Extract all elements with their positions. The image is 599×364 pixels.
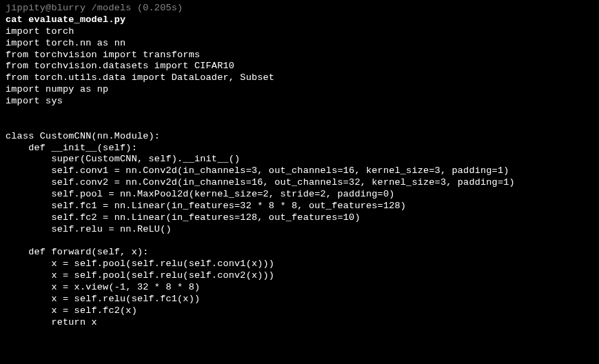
shell-command: cat evaluate_model.py xyxy=(6,14,593,26)
code-line: self.conv1 = nn.Conv2d(in_channels=3, ou… xyxy=(6,165,593,177)
file-output: import torchimport torch.nn as nnfrom to… xyxy=(6,26,593,329)
code-line: from torch.utils.data import DataLoader,… xyxy=(6,72,593,84)
code-line: self.conv2 = nn.Conv2d(in_channels=16, o… xyxy=(6,177,593,189)
code-line: def forward(self, x): xyxy=(6,247,593,259)
code-line xyxy=(6,119,593,131)
code-line: return x xyxy=(6,317,593,329)
code-line: def __init__(self): xyxy=(6,143,593,154)
code-line: import sys xyxy=(6,96,593,108)
code-line: x = self.fc2(x) xyxy=(6,305,593,317)
code-line xyxy=(6,236,593,247)
code-line: x = x.view(-1, 32 * 8 * 8) xyxy=(6,282,593,294)
code-line: self.fc1 = nn.Linear(in_features=32 * 8 … xyxy=(6,201,593,212)
shell-prompt: jippity@blurry /models (0.205s) xyxy=(6,3,593,14)
code-line: x = self.pool(self.relu(self.conv2(x))) xyxy=(6,270,593,282)
code-line: import torch.nn as nn xyxy=(6,38,593,50)
code-line: self.relu = nn.ReLU() xyxy=(6,224,593,236)
code-line: self.fc2 = nn.Linear(in_features=128, ou… xyxy=(6,212,593,224)
code-line: self.pool = nn.MaxPool2d(kernel_size=2, … xyxy=(6,189,593,201)
code-line xyxy=(6,108,593,119)
code-line: super(CustomCNN, self).__init__() xyxy=(6,154,593,165)
code-line: import numpy as np xyxy=(6,84,593,96)
code-line: from torchvision.datasets import CIFAR10 xyxy=(6,61,593,72)
code-line: x = self.pool(self.relu(self.conv1(x))) xyxy=(6,259,593,270)
code-line: from torchvision import transforms xyxy=(6,50,593,61)
code-line: x = self.relu(self.fc1(x)) xyxy=(6,294,593,305)
code-line: class CustomCNN(nn.Module): xyxy=(6,131,593,143)
code-line: import torch xyxy=(6,26,593,38)
